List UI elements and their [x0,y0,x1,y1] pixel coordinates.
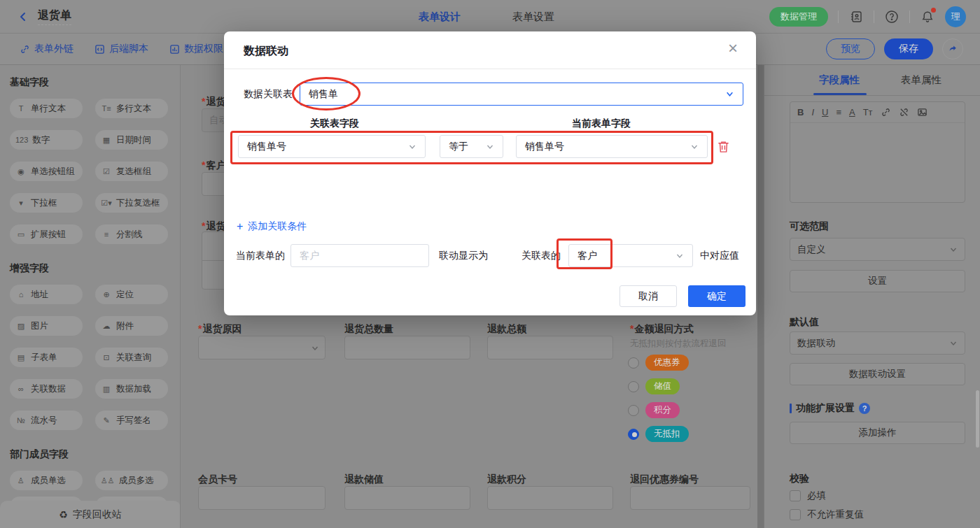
sidebar-item-relation-data[interactable]: ∞关联数据 [10,379,83,399]
add-condition-link[interactable]: + 添加关联条件 [237,220,307,233]
condition-left-field-select[interactable]: 销售单号 [238,135,426,158]
preview-button[interactable]: 预览 [826,38,875,59]
tab-field-properties[interactable]: 字段属性 [819,73,860,87]
sidebar-item-image[interactable]: ▨图片 [10,316,83,336]
radio-option-积分[interactable]: 积分 [628,402,680,418]
sidebar-item-checkbox-group[interactable]: ☑复选框组 [95,162,168,181]
sidebar-item-label: 日期时间 [116,134,151,146]
extension-settings-label: 功能扩展设置 [796,402,855,415]
bold-icon[interactable]: B [797,108,804,117]
option-badge: 储值 [645,378,680,394]
insert-image-icon[interactable] [917,107,927,117]
sidebar-item-address[interactable]: ⌂地址 [10,285,83,304]
radio-option-储值[interactable]: 储值 [628,378,680,394]
avatar[interactable]: 理 [945,6,966,27]
display-field-input[interactable]: 客户 [290,244,429,267]
canvas-input[interactable] [487,336,613,359]
toolbar-link-backend-script[interactable]: 后端脚本 [94,43,148,55]
sidebar-item-datetime[interactable]: ▦日期时间 [95,130,168,150]
sidebar-item-dropdown[interactable]: ▾下拉框 [10,193,83,213]
italic-icon[interactable]: I [811,108,814,117]
radio-icon[interactable] [628,405,639,416]
optional-range-select[interactable]: 自定义 [790,238,965,261]
link-icon[interactable] [881,107,891,117]
checkbox-group-icon: ☑ [101,168,112,176]
underline-icon[interactable]: U [822,108,828,117]
sidebar-item-serial-number[interactable]: №流水号 [10,411,83,430]
sidebar-item-signature[interactable]: ✎手写签名 [95,411,168,430]
sidebar-item-radio-group[interactable]: ◉单选按钮组 [10,162,83,181]
sidebar-item-member-multi[interactable]: ♙♙成员多选 [95,471,168,490]
sidebar-item-relation-query[interactable]: ⊡关联查询 [95,348,168,367]
relation-table-prefix: 关联表的 [522,250,561,262]
font-size-icon[interactable]: Tт [863,108,873,117]
radio-icon[interactable] [628,429,639,440]
sidebar-item-number[interactable]: 123数字 [10,130,83,150]
panel-scrollbar-thumb[interactable] [976,390,979,448]
back-icon[interactable] [15,9,31,24]
radio-option-无抵扣[interactable]: 无抵扣 [628,426,689,442]
align-icon[interactable]: ≡ [836,108,841,117]
toolbar-link-data-permission[interactable]: 数据权限 [169,43,223,55]
range-settings-button[interactable]: 设置 [790,270,965,292]
extension-help-icon[interactable]: ? [859,403,870,414]
canvas-input[interactable] [198,486,326,510]
data-manage-button[interactable]: 数据管理 [769,7,828,27]
radio-icon[interactable] [628,381,639,392]
form-title[interactable]: 退货单 [38,8,71,25]
sidebar-item-multi-line-text[interactable]: T≡多行文本 [95,99,168,118]
sidebar-item-extend-button[interactable]: ▭扩展按钮 [10,224,83,244]
notification-bell-icon[interactable] [920,9,935,24]
add-action-button[interactable]: 添加操作 [790,422,965,444]
save-button[interactable]: 保存 [884,38,933,59]
data-linkage-settings-button[interactable]: 数据联动设置 [790,363,965,385]
canvas-input[interactable] [344,486,470,510]
radio-icon[interactable] [628,357,639,369]
sidebar-item-single-line-text[interactable]: T单行文本 [10,99,83,118]
checkbox-icon[interactable] [790,509,801,520]
field-description-editor[interactable]: BIU≡ATт [790,101,965,203]
sidebar-item-location[interactable]: ⊕定位 [95,285,168,304]
relation-table-select[interactable]: 销售单 [300,83,743,106]
default-value-select[interactable]: 数据联动 [790,331,965,355]
field-recycle-bin[interactable]: ♻ 字段回收站 [0,501,181,528]
notification-dot [931,8,936,13]
confirm-button[interactable]: 确定 [688,285,746,307]
sidebar-item-divider[interactable]: ≡分割线 [95,224,168,244]
validation-check-1[interactable]: 不允许重复值 [790,508,864,521]
validation-check-0[interactable]: 必填 [790,490,826,502]
sidebar-item-label: 分割线 [116,229,143,241]
radio-option-优惠券[interactable]: 优惠券 [628,355,689,371]
checkbox-label: 必填 [807,490,826,502]
sidebar-item-dropdown-multi[interactable]: ☑▾下拉复选框 [95,193,168,213]
sidebar-item-data-load[interactable]: ▥数据加载 [95,379,168,399]
tab-form-design[interactable]: 表单设计 [419,10,461,24]
canvas-input[interactable] [487,486,613,510]
close-icon[interactable]: × [728,40,738,57]
canvas-scrollbar[interactable] [757,65,764,528]
cancel-button[interactable]: 取消 [620,285,677,307]
tab-form-properties[interactable]: 表单属性 [901,73,941,87]
sidebar-item-attachment[interactable]: ☁附件 [95,316,168,336]
plus-icon: + [237,220,243,233]
share-button[interactable] [942,38,963,59]
canvas-input[interactable] [344,336,470,359]
condition-right-field-select[interactable]: 销售单号 [516,135,708,158]
top-bar: 退货单 表单设计 表单设置 数据管理 理 [0,0,980,34]
font-color-icon[interactable]: A [849,108,855,117]
canvas-input[interactable] [630,486,750,510]
checkbox-icon[interactable] [790,490,801,501]
sidebar-item-sub-form[interactable]: ▤子表单 [10,348,83,367]
contact-book-icon[interactable] [848,9,864,24]
help-icon[interactable] [884,9,899,24]
toolbar-link-form-external-link[interactable]: 表单外链 [20,43,74,55]
sidebar-item-member-single[interactable]: ♙成员单选 [10,471,83,490]
unlink-icon[interactable] [899,107,909,117]
tab-form-settings[interactable]: 表单设置 [512,10,554,24]
section-accent-bar [790,404,792,413]
delete-condition-icon[interactable] [717,140,730,153]
option-badge: 积分 [645,402,680,418]
relation-display-field-select[interactable]: 客户 [568,244,693,267]
condition-operator-select[interactable]: 等于 [440,135,503,158]
canvas-select[interactable] [198,336,326,359]
